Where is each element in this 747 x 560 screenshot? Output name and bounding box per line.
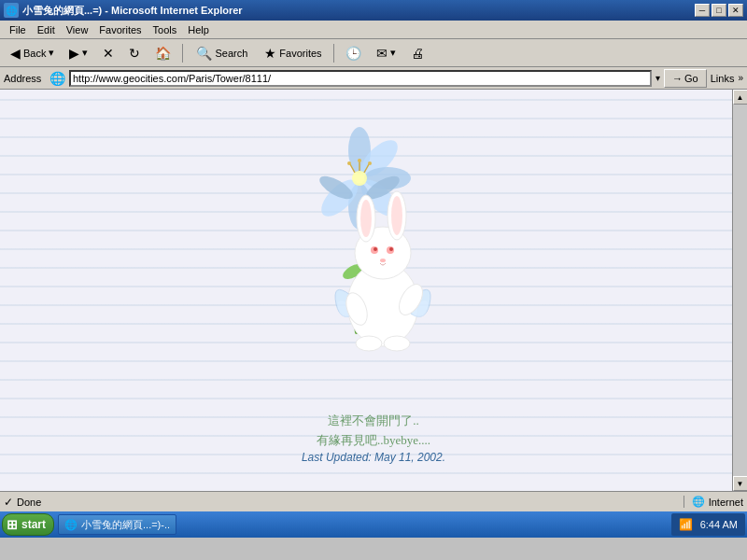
close-button[interactable]: ✕ xyxy=(728,4,743,17)
search-button[interactable]: 🔍 Search xyxy=(188,43,256,63)
stop-icon: ✕ xyxy=(103,46,114,61)
refresh-icon: ↻ xyxy=(129,46,140,61)
minimize-button[interactable]: ─ xyxy=(695,4,710,17)
back-dropdown-icon[interactable]: ▾ xyxy=(49,47,54,59)
window-title: 小雪兔的網頁...=) - Microsoft Internet Explore… xyxy=(22,4,243,18)
taskbar-item-label: 小雪兔的網頁...=)-.. xyxy=(81,518,170,532)
address-input[interactable] xyxy=(69,70,652,87)
search-label: Search xyxy=(215,48,247,59)
svg-point-25 xyxy=(374,247,377,251)
forward-dropdown-icon[interactable]: ▾ xyxy=(82,47,88,59)
clock: 6:44 AM xyxy=(700,519,738,530)
scroll-down-button[interactable]: ▼ xyxy=(733,476,748,491)
history-icon: 🕒 xyxy=(345,46,361,61)
svg-point-30 xyxy=(356,336,382,351)
chinese-line2: 有緣再見吧..byebye.... xyxy=(302,431,445,451)
favorites-icon: ★ xyxy=(264,46,276,61)
start-button[interactable]: ⊞ start xyxy=(2,513,54,536)
taskbar-tray: 📶 6:44 AM xyxy=(671,513,745,536)
maximize-button[interactable]: □ xyxy=(712,4,726,17)
mail-dropdown-icon: ▾ xyxy=(390,47,396,59)
scrollbar-vertical: ▲ ▼ xyxy=(732,90,747,491)
links-chevron-icon[interactable]: » xyxy=(738,73,743,83)
forward-icon: ▶ xyxy=(69,46,79,61)
favorites-label: Favorites xyxy=(279,48,321,59)
content-area: 這裡不會開門了.. 有緣再見吧..byebye.... Last Updated… xyxy=(0,90,747,491)
internet-status: 🌐 Internet xyxy=(684,496,743,508)
svg-point-12 xyxy=(358,159,361,162)
svg-point-22 xyxy=(391,196,402,235)
done-icon: ✓ xyxy=(4,496,13,509)
address-site-icon: 🌐 xyxy=(49,71,65,86)
links-label[interactable]: Links xyxy=(711,73,735,84)
toolbar: ◀ Back ▾ ▶ ▾ ✕ ↻ 🏠 🔍 Search ★ Favorites … xyxy=(0,39,747,67)
svg-point-27 xyxy=(380,259,386,262)
svg-point-31 xyxy=(384,336,410,351)
start-label: start xyxy=(21,518,46,531)
svg-point-16 xyxy=(347,161,351,165)
menu-tools[interactable]: Tools xyxy=(148,22,183,37)
menu-bar: File Edit View Favorites Tools Help xyxy=(0,21,747,39)
go-button[interactable]: → Go xyxy=(664,69,707,88)
rabbit-illustration xyxy=(271,108,476,407)
page-text: 這裡不會開門了.. 有緣再見吧..byebye.... Last Updated… xyxy=(302,412,445,464)
print-button[interactable]: 🖨 xyxy=(404,42,430,64)
title-bar-buttons: ─ □ ✕ xyxy=(695,4,743,17)
status-text: Done xyxy=(17,497,680,508)
rabbit-svg xyxy=(280,108,467,370)
forward-button[interactable]: ▶ ▾ xyxy=(63,42,94,64)
svg-point-20 xyxy=(360,200,372,237)
browser-icon: 🌐 xyxy=(4,3,19,18)
mail-button[interactable]: ✉ ▾ xyxy=(370,42,402,64)
history-button[interactable]: 🕒 xyxy=(339,42,368,64)
svg-point-26 xyxy=(389,247,393,251)
home-button[interactable]: 🏠 xyxy=(148,42,177,64)
title-bar-left: 🌐 小雪兔的網頁...=) - Microsoft Internet Explo… xyxy=(4,3,243,18)
scroll-track[interactable] xyxy=(733,105,748,476)
print-icon: 🖨 xyxy=(411,46,424,61)
internet-icon: 🌐 xyxy=(692,496,705,508)
back-label: Back xyxy=(23,48,46,59)
last-updated-text: Last Updated: May 11, 2002. xyxy=(302,451,445,464)
address-bar: Address 🌐 ▾ → Go Links » xyxy=(0,67,747,90)
address-dropdown-icon[interactable]: ▾ xyxy=(655,73,660,83)
toolbar-separator-1 xyxy=(182,44,183,63)
menu-edit[interactable]: Edit xyxy=(32,22,61,37)
mail-icon: ✉ xyxy=(376,46,388,61)
address-label: Address xyxy=(4,73,46,84)
stop-button[interactable]: ✕ xyxy=(96,42,120,64)
go-icon: → xyxy=(672,73,683,84)
back-icon: ◀ xyxy=(10,46,21,61)
menu-view[interactable]: View xyxy=(61,22,94,37)
menu-favorites[interactable]: Favorites xyxy=(93,22,147,37)
chinese-line1: 這裡不會開門了.. xyxy=(302,412,445,431)
taskbar-items: 🌐 小雪兔的網頁...=)-.. xyxy=(58,514,671,535)
title-bar: 🌐 小雪兔的網頁...=) - Microsoft Internet Explo… xyxy=(0,0,747,21)
network-icon: 📶 xyxy=(679,518,693,531)
svg-point-10 xyxy=(352,171,367,186)
search-icon: 🔍 xyxy=(196,46,212,61)
refresh-button[interactable]: ↻ xyxy=(122,42,147,64)
windows-icon: ⊞ xyxy=(7,517,18,532)
menu-file[interactable]: File xyxy=(4,22,32,37)
internet-label: Internet xyxy=(709,497,743,508)
home-icon: 🏠 xyxy=(155,46,171,61)
taskbar-window-item[interactable]: 🌐 小雪兔的網頁...=)-.. xyxy=(58,514,176,535)
go-label: Go xyxy=(684,73,698,84)
taskbar: ⊞ start 🌐 小雪兔的網頁...=)-.. 📶 6:44 AM xyxy=(0,511,747,538)
taskbar-item-icon: 🌐 xyxy=(64,519,78,531)
toolbar-separator-2 xyxy=(333,44,334,63)
menu-help[interactable]: Help xyxy=(182,22,215,37)
status-bar: ✓ Done 🌐 Internet xyxy=(0,491,747,511)
back-button[interactable]: ◀ Back ▾ xyxy=(4,42,61,64)
svg-point-14 xyxy=(368,161,372,165)
favorites-button[interactable]: ★ Favorites xyxy=(258,42,328,64)
scroll-up-button[interactable]: ▲ xyxy=(733,90,748,105)
